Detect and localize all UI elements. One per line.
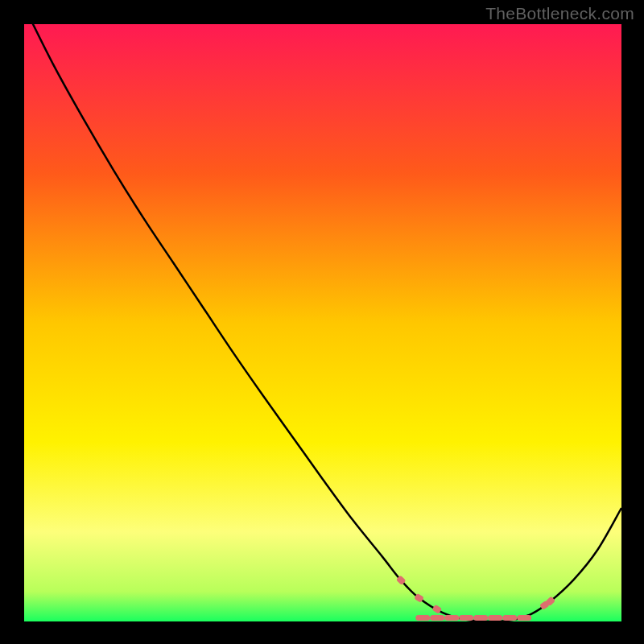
chart-svg [24,24,621,621]
chart-container: TheBottleneck.com [0,0,644,644]
gradient-background [24,24,621,621]
watermark-text: TheBottleneck.com [485,4,634,23]
plot-area [24,24,621,621]
